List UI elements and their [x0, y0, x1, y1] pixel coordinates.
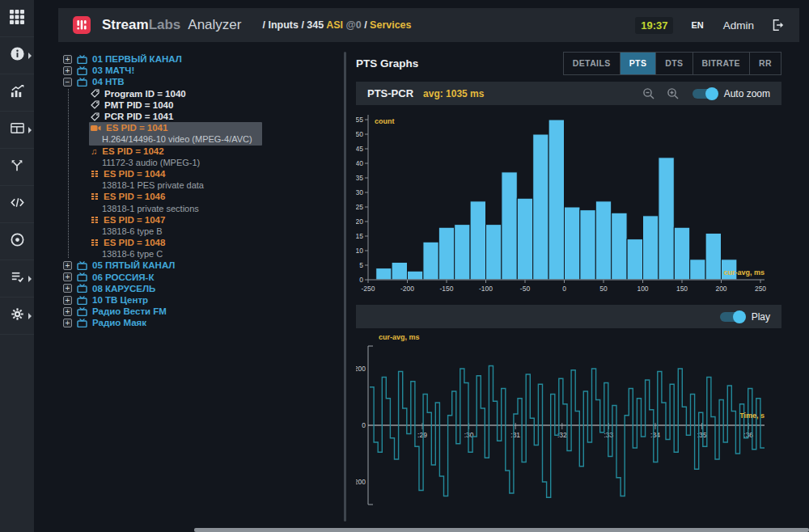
tree-channel[interactable]: +08 КАРУСЕЛЬ — [49, 283, 345, 294]
tree-channel[interactable]: +05 ПЯТЫЙ КАНАЛ — [49, 260, 345, 271]
user-menu[interactable]: Admin — [723, 19, 754, 32]
horizontal-scrollbar[interactable] — [194, 528, 809, 532]
tree-item[interactable]: ES PID = 1048 — [49, 237, 345, 248]
svg-text:cur-avg, ms: cur-avg, ms — [723, 268, 765, 277]
video-icon — [91, 125, 101, 132]
tree-item-description: 13818-6 type B — [49, 226, 345, 237]
tree-item[interactable]: PCR PID = 1041 — [49, 111, 345, 122]
brand-stream: Stream — [102, 17, 149, 33]
tab-rr[interactable]: RR — [749, 53, 781, 74]
sidebar-item-apps-grid[interactable] — [0, 0, 34, 37]
tree-channel[interactable]: +Радио Маяк — [49, 317, 345, 328]
tree-item-label: ES PID = 1046 — [104, 192, 165, 201]
tree-item[interactable]: PMT PID = 1040 — [49, 99, 345, 111]
record-icon — [10, 232, 25, 251]
layout-table-icon — [10, 120, 25, 139]
channel-label: 01 ПЕРВЫЙ КАНАЛ — [92, 54, 182, 64]
sidebar-item-info[interactable] — [0, 37, 34, 74]
channel-label: 08 КАРУСЕЛЬ — [92, 284, 155, 293]
tree-channel[interactable]: +10 ТВ Центр — [49, 294, 345, 306]
breadcrumb-part: / Inputs / 345 — [262, 19, 326, 31]
svg-text:0: 0 — [562, 285, 566, 293]
expand-toggle-icon[interactable]: + — [63, 284, 72, 293]
tree-item[interactable]: ES PID = 1041 — [89, 122, 252, 133]
zoom-out-icon[interactable] — [642, 87, 655, 100]
sidebar-item-code[interactable] — [0, 186, 34, 223]
tab-pts[interactable]: PTS — [620, 53, 656, 74]
tab-bar: DETAILSPTSDTSBITRATERR — [563, 52, 781, 75]
svg-text:15: 15 — [356, 232, 363, 240]
chart-title: PTS-PCR — [367, 87, 413, 99]
sidebar-item-record[interactable] — [0, 223, 34, 260]
svg-text:50: 50 — [599, 285, 608, 293]
tree-item-label: PCR PID = 1041 — [104, 112, 173, 121]
svg-text:-50: -50 — [520, 285, 531, 293]
brand-labs: Labs — [149, 17, 181, 33]
channel-label: Радио Вести FM — [92, 306, 167, 316]
tv-icon — [77, 284, 87, 293]
selected-tree-item[interactable]: ES PID = 1041H.264/14496-10 video (MPEG-… — [89, 122, 262, 145]
top-header: StreamLabs Analyzer / Inputs / 345 ASI @… — [58, 8, 799, 42]
auto-zoom-toggle[interactable] — [693, 89, 717, 99]
expand-toggle-icon[interactable]: + — [63, 307, 72, 316]
logout-icon[interactable] — [770, 18, 785, 32]
brand-product: Analyzer — [188, 17, 241, 33]
chevron-right-icon — [28, 53, 32, 59]
expand-toggle-icon[interactable]: + — [63, 55, 72, 64]
data-icon — [91, 192, 99, 201]
panel-header: PTS Graphs DETAILSPTSDTSBITRATERR — [356, 51, 781, 75]
tab-dts[interactable]: DTS — [655, 53, 692, 74]
chart-toolbar: PTS-PCR avg: 1035 ms Auto zoom — [356, 82, 781, 105]
tv-icon — [77, 55, 87, 64]
svg-text::31: :31 — [510, 431, 520, 439]
play-toggle[interactable] — [720, 312, 744, 322]
language-selector[interactable]: EN — [691, 20, 703, 30]
svg-text:55: 55 — [356, 116, 363, 124]
svg-text:count: count — [375, 117, 395, 125]
auto-zoom-label: Auto zoom — [724, 88, 770, 99]
svg-text:cur-avg, ms: cur-avg, ms — [379, 333, 420, 341]
channel-label: 03 МАТЧ! — [92, 65, 134, 75]
play-label: Play — [752, 311, 770, 323]
channel-tree: +01 ПЕРВЫЙ КАНАЛ+03 МАТЧ!−04 НТВProgram … — [49, 53, 345, 329]
channel-label: Радио Маяк — [92, 318, 146, 327]
tree-children: Program ID = 1040PMT PID = 1040PCR PID =… — [49, 88, 345, 260]
tree-item[interactable]: ES PID = 1044 — [49, 168, 345, 179]
tag-icon — [91, 100, 100, 109]
svg-text:Time, s: Time, s — [739, 412, 765, 420]
tree-channel[interactable]: −04 НТВ — [49, 76, 345, 87]
breadcrumb-part[interactable]: ASI — [326, 19, 343, 31]
tree-channel[interactable]: +01 ПЕРВЫЙ КАНАЛ — [49, 53, 345, 65]
tab-bitrate[interactable]: BITRATE — [693, 53, 750, 74]
breadcrumb-part[interactable]: Services — [370, 19, 411, 31]
sidebar-item-settings[interactable] — [0, 298, 34, 335]
sidebar-item-branch[interactable] — [0, 149, 34, 186]
breadcrumb-part: @0 — [343, 19, 364, 31]
data-icon — [91, 239, 99, 247]
sidebar-item-analytics[interactable] — [0, 74, 34, 112]
tree-channel[interactable]: +03 МАТЧ! — [49, 65, 345, 76]
expand-toggle-icon[interactable]: + — [63, 319, 72, 327]
sidebar-item-checklist[interactable] — [0, 260, 34, 298]
channel-label: 10 ТВ Центр — [92, 295, 148, 305]
sidebar-item-layout-table[interactable] — [0, 112, 34, 149]
svg-text:0: 0 — [362, 421, 366, 429]
tree-channel[interactable]: +Радио Вести FM — [49, 306, 345, 317]
panel-divider-scrollbar[interactable] — [344, 52, 346, 521]
tree-item[interactable]: ES PID = 1046 — [49, 191, 345, 202]
zoom-in-icon[interactable] — [667, 87, 680, 100]
collapse-toggle-icon[interactable]: − — [63, 78, 72, 87]
svg-text:-150: -150 — [439, 285, 453, 293]
expand-toggle-icon[interactable]: + — [63, 66, 72, 75]
tab-details[interactable]: DETAILS — [564, 53, 620, 74]
tree-channel[interactable]: +06 РОССИЯ-К — [49, 272, 345, 283]
tree-item[interactable]: ♫ES PID = 1042 — [49, 146, 345, 157]
tree-item[interactable]: ES PID = 1047 — [49, 214, 345, 226]
clock: 19:37 — [635, 17, 673, 34]
expand-toggle-icon[interactable]: + — [63, 261, 72, 270]
expand-toggle-icon[interactable]: + — [63, 296, 72, 305]
tree-item-description: 13818-1 PES private data — [49, 179, 345, 191]
expand-toggle-icon[interactable]: + — [63, 272, 72, 281]
chevron-right-icon — [28, 313, 32, 319]
tree-item[interactable]: Program ID = 1040 — [49, 88, 345, 99]
